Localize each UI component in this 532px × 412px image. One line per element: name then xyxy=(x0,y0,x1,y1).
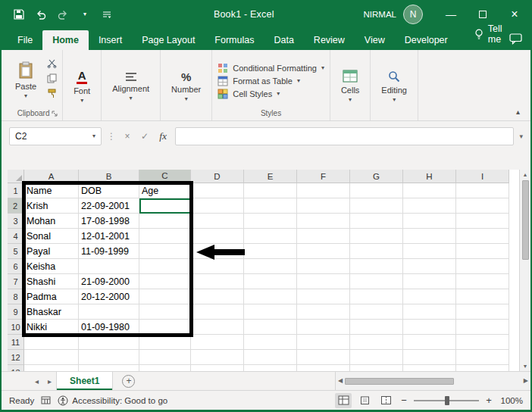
cell-C8[interactable] xyxy=(139,289,191,304)
cell-H3[interactable] xyxy=(403,214,456,229)
row-header-6[interactable]: 6 xyxy=(8,259,24,274)
cell-C11[interactable] xyxy=(139,335,191,350)
sheet-nav-right-icon[interactable]: ▸ xyxy=(43,377,56,385)
comment-icon[interactable] xyxy=(509,33,522,50)
cell-I2[interactable] xyxy=(456,198,509,214)
cell-H11[interactable] xyxy=(403,335,456,350)
zoom-slider[interactable] xyxy=(414,400,479,401)
tab-review[interactable]: Review xyxy=(304,30,355,50)
cell-D4[interactable] xyxy=(191,229,244,244)
column-header-C[interactable]: C xyxy=(139,170,191,183)
customize-quick-access-icon[interactable] xyxy=(100,8,114,21)
cell-H4[interactable] xyxy=(403,229,456,244)
cell-C2[interactable] xyxy=(139,198,191,214)
cell-G13[interactable] xyxy=(350,365,403,371)
cell-D6[interactable] xyxy=(191,259,244,274)
cell-D11[interactable] xyxy=(191,335,244,350)
tab-developer[interactable]: Developer xyxy=(395,30,458,50)
accessibility-status[interactable]: Accessibility: Good to go xyxy=(58,395,167,406)
clipboard-dialog-launcher-icon[interactable] xyxy=(52,111,58,117)
cell-I9[interactable] xyxy=(456,304,509,320)
tab-data[interactable]: Data xyxy=(264,30,303,50)
cell-F13[interactable] xyxy=(297,365,350,371)
column-header-E[interactable]: E xyxy=(244,170,297,183)
cell-B4[interactable]: 12-01-2001 xyxy=(79,229,139,244)
column-header-F[interactable]: F xyxy=(297,170,350,183)
cell-F12[interactable] xyxy=(297,350,350,365)
scroll-down-icon[interactable]: ▼ xyxy=(523,364,528,369)
cell-C13[interactable] xyxy=(139,365,191,371)
cell-G1[interactable] xyxy=(350,183,403,198)
cell-A6[interactable]: Keisha xyxy=(24,259,79,274)
zoom-out-icon[interactable]: − xyxy=(399,395,409,406)
cell-E11[interactable] xyxy=(244,335,297,350)
cell-A10[interactable]: Nikki xyxy=(24,320,79,335)
row-header-7[interactable]: 7 xyxy=(8,274,24,289)
cell-H2[interactable] xyxy=(403,198,456,214)
cell-G11[interactable] xyxy=(350,335,403,350)
cell-I5[interactable] xyxy=(456,244,509,259)
cell-C12[interactable] xyxy=(139,350,191,365)
row-header-1[interactable]: 1 xyxy=(8,183,24,198)
column-header-B[interactable]: B xyxy=(79,170,139,183)
cell-E9[interactable] xyxy=(244,304,297,320)
tab-file[interactable]: File xyxy=(8,30,42,50)
vertical-scroll-thumb[interactable] xyxy=(522,180,529,260)
cell-A3[interactable]: Mohan xyxy=(24,214,79,229)
cell-B9[interactable] xyxy=(79,304,139,320)
cell-G3[interactable] xyxy=(350,214,403,229)
undo-icon[interactable] xyxy=(34,8,48,21)
cell-D10[interactable] xyxy=(191,320,244,335)
scroll-up-icon[interactable]: ▲ xyxy=(523,172,528,177)
cell-F10[interactable] xyxy=(297,320,350,335)
cell-B2[interactable]: 22-09-2001 xyxy=(79,198,139,214)
cell-E4[interactable] xyxy=(244,229,297,244)
cell-H6[interactable] xyxy=(403,259,456,274)
column-header-A[interactable]: A xyxy=(24,170,79,183)
insert-function-icon[interactable]: fx xyxy=(156,130,170,142)
cell-A11[interactable] xyxy=(24,335,79,350)
cell-G7[interactable] xyxy=(350,274,403,289)
select-all-button[interactable] xyxy=(8,170,24,183)
cell-B1[interactable]: DOB xyxy=(79,183,139,198)
cell-I4[interactable] xyxy=(456,229,509,244)
cell-F9[interactable] xyxy=(297,304,350,320)
cell-B12[interactable] xyxy=(79,350,139,365)
cell-F2[interactable] xyxy=(297,198,350,214)
cell-A12[interactable] xyxy=(24,350,79,365)
cell-B8[interactable]: 20-12-2000 xyxy=(79,289,139,304)
cell-D5[interactable] xyxy=(191,244,244,259)
tab-page-layout[interactable]: Page Layout xyxy=(132,30,205,50)
cell-I11[interactable] xyxy=(456,335,509,350)
row-header-10[interactable]: 10 xyxy=(8,320,24,335)
copy-icon[interactable] xyxy=(45,73,58,83)
row-header-13[interactable]: 13 xyxy=(8,365,24,371)
format-as-table-button[interactable]: Format as Table ▾ xyxy=(217,76,324,86)
minimize-button[interactable]: — xyxy=(435,0,467,29)
cell-A8[interactable]: Padma xyxy=(24,289,79,304)
cell-B6[interactable] xyxy=(79,259,139,274)
column-header-I[interactable]: I xyxy=(456,170,509,183)
cell-F4[interactable] xyxy=(297,229,350,244)
cell-D9[interactable] xyxy=(191,304,244,320)
cell-C1[interactable]: Age xyxy=(139,183,191,198)
cell-H9[interactable] xyxy=(403,304,456,320)
sheet-nav-left-icon[interactable]: ◂ xyxy=(30,377,43,385)
cell-A5[interactable]: Payal xyxy=(24,244,79,259)
cells-button[interactable]: Cells ▾ xyxy=(334,52,366,120)
row-header-4[interactable]: 4 xyxy=(8,229,24,244)
save-icon[interactable] xyxy=(12,8,26,21)
number-button[interactable]: % Number ▾ xyxy=(164,52,208,120)
cell-G4[interactable] xyxy=(350,229,403,244)
cell-H7[interactable] xyxy=(403,274,456,289)
cancel-icon[interactable]: × xyxy=(121,131,133,142)
cell-E13[interactable] xyxy=(244,365,297,371)
normal-view-icon[interactable] xyxy=(335,393,352,408)
cell-I7[interactable] xyxy=(456,274,509,289)
cell-D13[interactable] xyxy=(191,365,244,371)
sheet-tab-sheet1[interactable]: Sheet1 xyxy=(56,372,113,390)
cell-E10[interactable] xyxy=(244,320,297,335)
cell-F6[interactable] xyxy=(297,259,350,274)
cell-C4[interactable] xyxy=(139,229,191,244)
user-name[interactable]: NIRMAL xyxy=(364,10,396,19)
